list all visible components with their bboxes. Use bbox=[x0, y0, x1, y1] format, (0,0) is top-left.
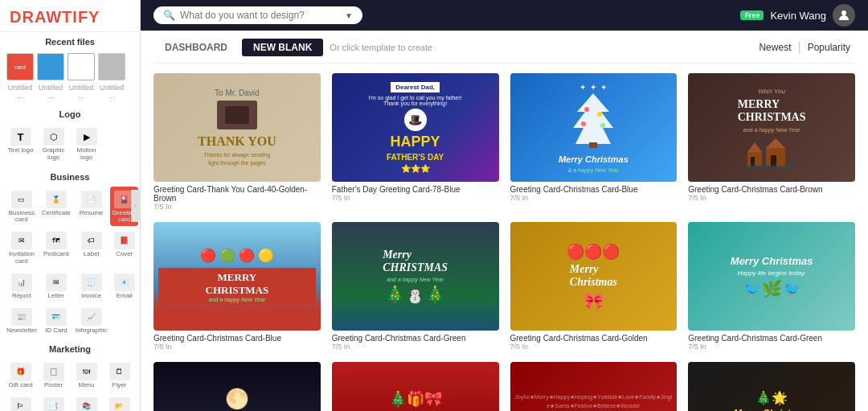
sidebar-item-report[interactable]: 📊 Report bbox=[5, 269, 39, 302]
sidebar-item-menu[interactable]: 🍽 Menu bbox=[71, 359, 102, 392]
sidebar-item-newsletter[interactable]: 📰 Newsletter bbox=[5, 304, 39, 337]
sidebar-item-label[interactable]: 🏷 Label bbox=[74, 228, 109, 268]
tab-dashboard[interactable]: DASHBOARD bbox=[154, 39, 239, 56]
sidebar-item-certificate[interactable]: 🏅 Certificate bbox=[40, 187, 72, 227]
template-card-0[interactable]: To Mr. David THANK YOU Thanks for always… bbox=[154, 73, 321, 211]
sidebar-item-resume[interactable]: 📄 Resume bbox=[74, 187, 109, 227]
logo-tify: TIFY bbox=[62, 8, 100, 26]
template-card-5[interactable]: MerryCHRISTMAS and a happy New Year 🎄⛄🎄 … bbox=[332, 222, 499, 351]
sidebar-item-infographic[interactable]: 📈 Infographic bbox=[74, 304, 109, 337]
card-image-1: Dearest Dad, I'm so glad I get to call y… bbox=[332, 73, 499, 182]
svg-rect-2 bbox=[589, 142, 597, 148]
sidebar-item-catalog[interactable]: 📂 Catalog bbox=[104, 393, 135, 411]
text-logo-icon: T bbox=[10, 128, 31, 146]
menu-icon: 🍽 bbox=[76, 363, 97, 380]
sidebar-item-brochure[interactable]: 📑 Brochure bbox=[38, 393, 69, 411]
sidebar-item-business-card[interactable]: ▭ Business card bbox=[5, 187, 39, 227]
sidebar-item-booklet[interactable]: 📚 Booklet bbox=[71, 393, 102, 411]
sidebar-item-flyer[interactable]: 🗒 Flyer bbox=[104, 359, 135, 392]
sort-newest[interactable]: Newest bbox=[754, 40, 796, 55]
template-card-1[interactable]: Dearest Dad, I'm so glad I get to call y… bbox=[332, 73, 499, 211]
gift-card-icon: 🎁 bbox=[10, 363, 31, 380]
brochure-icon: 📑 bbox=[43, 397, 64, 411]
svg-marker-1 bbox=[573, 93, 613, 144]
card-size-5: 7/5 In bbox=[332, 343, 499, 351]
logo-section-title: Logo bbox=[0, 105, 140, 121]
poster-icon: 📋 bbox=[43, 363, 64, 380]
recent-thumb-3[interactable] bbox=[68, 53, 95, 80]
template-card-6[interactable]: 🔴🔴🔴 MerryChristmas 🎀 Greeting Card-Chris… bbox=[510, 222, 678, 351]
sidebar-item-invitation-card[interactable]: ✉ Invitation card bbox=[5, 228, 39, 268]
recent-thumb-2[interactable] bbox=[37, 53, 64, 80]
recent-files-label: Recent files bbox=[0, 32, 140, 48]
template-card-2[interactable]: ✦ ✦ ✦ Merry Christmas & a happy bbox=[510, 73, 678, 211]
sidebar-item-cover[interactable]: 📕 Cover bbox=[110, 228, 138, 268]
avatar[interactable] bbox=[833, 4, 855, 27]
template-card-7[interactable]: Merry Christmas Happy life begins today.… bbox=[688, 222, 855, 351]
sidebar-item-poster[interactable]: 📋 Poster bbox=[38, 359, 69, 392]
business-section-title: Business bbox=[0, 167, 140, 183]
sidebar-item-motion-logo[interactable]: ▶ Motion logo bbox=[71, 124, 102, 164]
tab-new-blank[interactable]: NEW BLANK bbox=[242, 39, 323, 56]
card-size-1: 7/5 In bbox=[332, 194, 499, 202]
sidebar-item-letter[interactable]: ✉ Letter bbox=[40, 269, 72, 302]
card-image-10: Joyful★Merry★Happy★Hoping★Yuletide★Love★… bbox=[510, 362, 678, 411]
sort-popularity[interactable]: Popularity bbox=[803, 40, 855, 55]
card-image-4: 🔴 🟢 🔴 🟡 MERRYCHRISTMAS and a happy New Y… bbox=[154, 222, 321, 331]
motion-logo-label: Motion logo bbox=[72, 147, 100, 162]
graphic-logo-icon: ⬡ bbox=[43, 128, 64, 146]
motion-logo-icon: ▶ bbox=[76, 128, 97, 146]
card-title-3: Greeting Card-Christmas Card-Brown bbox=[688, 185, 855, 194]
invitation-card-icon: ✉ bbox=[11, 232, 32, 249]
booklet-icon: 📚 bbox=[76, 397, 97, 411]
infographic-icon: 📈 bbox=[81, 308, 102, 326]
username: Kevin Wang bbox=[770, 10, 826, 22]
sidebar-item-text-logo[interactable]: T Text logo bbox=[5, 124, 36, 164]
template-card-9[interactable]: 🎄🎁🎀 MerryCHRISTMAS Happy life begins tod… bbox=[332, 362, 499, 411]
template-card-3[interactable]: Wish You MERRYCHRISTMAS and a happy New … bbox=[688, 73, 855, 211]
recent-thumb-4[interactable] bbox=[98, 53, 125, 80]
email-icon: 📧 bbox=[114, 273, 135, 291]
logo-draw: DRAW bbox=[10, 8, 62, 26]
sidebar-item-gift-card[interactable]: 🎁 Gift card bbox=[5, 359, 36, 392]
card-image-6: 🔴🔴🔴 MerryChristmas 🎀 bbox=[510, 222, 678, 331]
sidebar-collapse-handle[interactable]: ‹ bbox=[131, 190, 141, 222]
card-size-6: 7/5 In bbox=[510, 343, 678, 351]
card-image-11: 🎄🌟 Merry Christmas Happy life begins tod… bbox=[688, 362, 855, 411]
svg-point-3 bbox=[584, 107, 589, 112]
sidebar-item-graphic-logo[interactable]: ⬡ Graphic logo bbox=[38, 124, 69, 164]
card-size-0: 7/5 In bbox=[154, 203, 321, 211]
card-title-6: Greeting Card-Christmas Card-Golden bbox=[510, 334, 678, 343]
template-card-11[interactable]: 🎄🌟 Merry Christmas Happy life begins tod… bbox=[688, 362, 855, 411]
sidebar-item-invoice[interactable]: 🧾 Invoice bbox=[74, 269, 109, 302]
invoice-icon: 🧾 bbox=[81, 273, 102, 291]
sidebar-item-banner[interactable]: 🏳 Banner bbox=[5, 393, 36, 411]
card-image-7: Merry Christmas Happy life begins today.… bbox=[688, 222, 855, 331]
tab-bar: DASHBOARD NEW BLANK Or click template to… bbox=[154, 31, 855, 64]
topbar: 🔍 ▼ Free Kevin Wang bbox=[141, 0, 868, 31]
svg-point-6 bbox=[600, 123, 605, 128]
recent-thumb-1[interactable]: card bbox=[6, 53, 34, 80]
template-card-10[interactable]: Joyful★Merry★Happy★Hoping★Yuletide★Love★… bbox=[510, 362, 678, 411]
sidebar-item-id-card[interactable]: 🪪 ID Card bbox=[40, 304, 72, 337]
user-area: Free Kevin Wang bbox=[740, 4, 855, 27]
search-input[interactable] bbox=[180, 10, 340, 21]
template-card-8[interactable]: 🌕 MerryChristmas Happy life begins today… bbox=[154, 362, 321, 411]
sidebar-item-email[interactable]: 📧 Email bbox=[110, 269, 138, 302]
text-logo-label: Text logo bbox=[7, 147, 33, 154]
tab-or-text: Or click template to create bbox=[330, 43, 432, 52]
svg-point-5 bbox=[581, 121, 586, 126]
letter-icon: ✉ bbox=[46, 273, 67, 291]
svg-marker-11 bbox=[766, 138, 785, 148]
banner-icon: 🏳 bbox=[10, 397, 31, 411]
id-card-icon: 🪪 bbox=[46, 308, 67, 326]
card-image-3: Wish You MERRYCHRISTMAS and a happy New … bbox=[688, 73, 855, 182]
newsletter-icon: 📰 bbox=[11, 308, 32, 326]
certificate-icon: 🏅 bbox=[46, 191, 67, 208]
search-box[interactable]: 🔍 ▼ bbox=[154, 6, 362, 24]
card-image-2: ✦ ✦ ✦ Merry Christmas & a happy bbox=[510, 73, 678, 182]
template-card-4[interactable]: 🔴 🟢 🔴 🟡 MERRYCHRISTMAS and a happy New Y… bbox=[154, 222, 321, 351]
sort-separator: | bbox=[797, 40, 800, 55]
card-title-5: Greeting Card-Christmas Card-Green bbox=[332, 334, 499, 343]
sidebar-item-postcard[interactable]: 🗺 Postcard bbox=[40, 228, 72, 268]
